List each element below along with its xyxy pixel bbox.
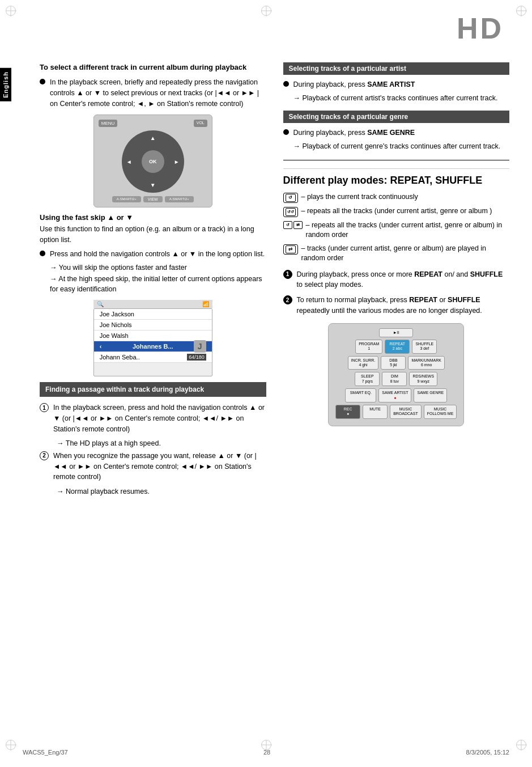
same-artist-key[interactable]: SAME ARTIST● <box>378 388 411 402</box>
finding-step-1: 1 In the playback screen, press and hold… <box>40 402 266 434</box>
play-pause-key[interactable]: ►II <box>379 328 413 337</box>
right-step-1-circle: 1 <box>283 270 292 279</box>
crosshair-tc <box>261 6 271 16</box>
bullet-item-1: In the playback screen, briefly and repe… <box>40 77 266 109</box>
arrow-item-1: You will skip the options faster and fas… <box>50 263 266 273</box>
mute-key[interactable]: MUTE <box>363 405 388 419</box>
crosshair-tl <box>6 6 16 16</box>
a-smart-btn: A.SMARTI2+ <box>112 196 141 202</box>
nav-right-arrow: ► <box>174 159 180 165</box>
mode-repeat-all: ↺↺ – repeats all the tracks (under curre… <box>283 206 510 217</box>
key-row-1: PROGRAM1 REPEAT2 abc SHUFFLE3 def <box>333 340 459 354</box>
search-icon-indicator: 🔍 <box>97 301 104 307</box>
step-1-text: In the playback screen, press and hold t… <box>53 402 266 434</box>
nav-remote-image: MENU VOL ▲ ▼ ◄ ► OK <box>40 115 266 207</box>
page-counter: 64/180 <box>187 354 206 361</box>
crosshair-bl <box>6 740 16 750</box>
step-2-text: When you recognize the passage you want,… <box>53 451 266 482</box>
main-layout: To select a different track in current a… <box>23 62 509 499</box>
repeat-shuffle-icon: ↺ ⇄ <box>283 221 303 229</box>
chevron-left-icon: ‹ <box>100 343 102 350</box>
mode-shuffle: ⇄ – tracks (under current artist, genre … <box>283 244 510 264</box>
nav-left-arrow: ◄ <box>126 159 132 165</box>
ok-btn: OK <box>142 150 164 173</box>
shuffle-key[interactable]: SHUFFLE3 def <box>412 340 437 354</box>
mode-repeat-one: ↺ – plays the current track continuously <box>283 192 510 203</box>
fast-skip-section: Using the fast skip ▲ or ▼ Use this func… <box>40 213 266 245</box>
program-key[interactable]: PROGRAM1 <box>355 340 382 354</box>
mode-repeat-all-text: – repeats all the tracks (under current … <box>301 206 492 217</box>
signal-icon: 📶 <box>202 301 209 307</box>
dim-key[interactable]: DIM8 tuv <box>382 372 407 386</box>
finding-passage-band: Finding a passage within a track during … <box>40 382 266 397</box>
finding-step-2: 2 When you recognize the passage you wan… <box>40 451 266 482</box>
right-step-2-text: To return to normal playback, press REPE… <box>297 295 510 316</box>
letter-badge: J <box>194 340 206 353</box>
genre-bullet-text: During playback, press SAME GENRE <box>293 128 415 138</box>
page-container: HD English To select a different track i… <box>0 0 532 767</box>
key-row-2: INCR. SURR.4 ghi DBB5 jkl MARK/UNMARK6 m… <box>333 356 459 370</box>
list-item-joe-walsh: Joe Walsh <box>94 330 212 341</box>
footer-left: WACS5_Eng/37 <box>23 749 68 756</box>
smart-eq-key[interactable]: SMART EQ. <box>345 388 376 402</box>
nav-down-arrow: ▼ <box>150 182 156 188</box>
artist-band: Selecting tracks of a particular artist <box>283 62 510 75</box>
list-item-johann: Johann Seba.. 64/180 <box>94 352 212 363</box>
list-item-joe-jackson: Joe Jackson <box>94 309 212 320</box>
incr-surr-key[interactable]: INCR. SURR.4 ghi <box>348 356 379 370</box>
genre-band: Selecting tracks of a particular genre <box>283 111 510 123</box>
shuffle-icon: ⇄ <box>283 244 298 255</box>
bullet-item-2: Press and hold the navigation controls ▲… <box>40 249 266 260</box>
bullet-text-1: In the playback screen, briefly and repe… <box>50 77 266 109</box>
arrow-item-2: At the high speed skip, the initial lett… <box>50 274 266 294</box>
smarti2-btn: A.SMARTI2+ <box>165 196 194 202</box>
hd-header: HD <box>457 11 504 45</box>
crosshair-br <box>516 740 526 750</box>
bullet-dot-1 <box>40 79 45 84</box>
right-step-1: 1 During playback, press once or more RE… <box>283 269 510 291</box>
music-follows-me-key[interactable]: MUSICFOLLOWS ME <box>424 405 457 419</box>
fast-skip-heading: Using the fast skip ▲ or ▼ <box>40 213 266 222</box>
step-1-circle: 1 <box>40 403 49 412</box>
music-broadcast-key[interactable]: MUSICBROADCAST <box>390 405 422 419</box>
key-row-4: SMART EQ. SAME ARTIST● SAME GENRE <box>333 388 459 402</box>
repeat-all-icon: ↺↺ <box>283 207 298 217</box>
repeat-key[interactable]: REPEAT2 abc <box>385 340 410 354</box>
sleep-key[interactable]: SLEEP7 pqrs <box>355 372 380 386</box>
play-modes-divider <box>283 160 510 160</box>
artist-bullet-dot <box>283 81 289 87</box>
step-2-arrow: Normal playback resumes. <box>57 487 266 497</box>
artist-arrow: Playback of current artist's tracks cont… <box>293 94 510 104</box>
mode-repeat-shuffle-text: – repeats all the tracks (under current … <box>306 221 510 240</box>
view-btn: VIEW <box>143 196 163 202</box>
mark-unmark-key[interactable]: MARK/UNMARK6 mno <box>408 356 445 370</box>
right-column: Selecting tracks of a particular artist … <box>283 62 510 499</box>
mode-repeat-shuffle: ↺ ⇄ – repeats all the tracks (under curr… <box>283 221 510 240</box>
left-main-title: To select a different track in current a… <box>40 62 266 73</box>
same-artist-label: SAME ARTIST <box>367 80 415 88</box>
artist-bullet-text: During playback, press SAME ARTIST <box>293 79 415 90</box>
genre-bullet: During playback, press SAME GENRE <box>283 128 510 138</box>
rec-key[interactable]: REC● <box>335 405 360 419</box>
english-tab: English <box>0 68 11 101</box>
vol-label: VOL <box>194 120 207 127</box>
list-screen: Joe Jackson Joe Nichols Joe Walsh ‹ Joha… <box>93 308 212 376</box>
page-footer: WACS5_Eng/37 28 8/3/2005, 15:12 <box>23 749 509 756</box>
left-column: To select a different track in current a… <box>23 62 266 499</box>
play-modes-title: Different play modes: REPEAT, SHUFFLE <box>283 168 510 187</box>
step-2-circle: 2 <box>40 451 49 460</box>
same-genre-label: SAME GENRE <box>367 129 415 137</box>
same-genre-key[interactable]: SAME GENRE <box>414 388 447 402</box>
dbb-key[interactable]: DBB5 jkl <box>381 356 406 370</box>
nav-circle: ▲ ▼ ◄ ► OK <box>122 130 184 193</box>
item-text: Johann Seba.. <box>100 354 140 361</box>
genre-bullet-dot <box>283 129 289 135</box>
screen-top-bar: 🔍 📶 <box>93 300 212 308</box>
remote-keys: ►II PROGRAM1 REPEAT2 abc SHUFFLE3 def IN… <box>328 323 464 426</box>
step-1-arrow: The HD plays at a high speed. <box>57 439 266 449</box>
right-step-2: 2 To return to normal playback, press RE… <box>283 295 510 316</box>
rds-news-key[interactable]: RDS/NEWS9 wxyz <box>409 372 437 386</box>
selected-item-text: Johannes B... <box>133 343 173 350</box>
mode-repeat-one-text: – plays the current track continuously <box>301 192 418 202</box>
nav-up-arrow: ▲ <box>150 135 156 141</box>
